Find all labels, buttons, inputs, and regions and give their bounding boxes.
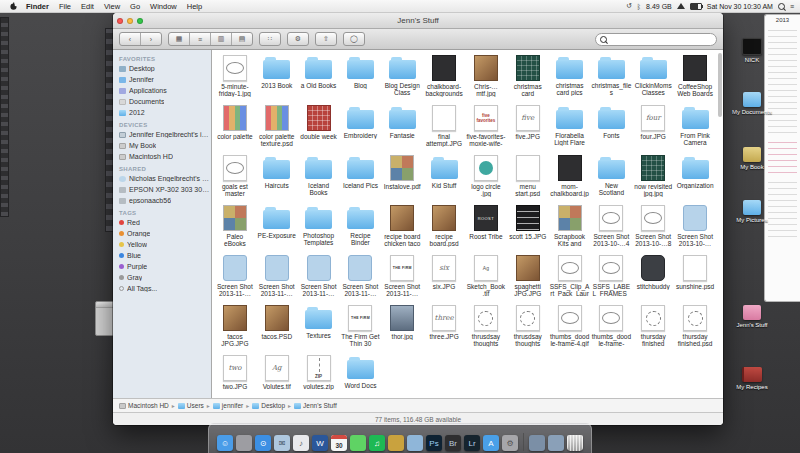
file-item-thursday-finished-2-jpg[interactable]: thursday finished 2.JPG xyxy=(632,302,674,352)
file-item-color-palette[interactable]: color palette xyxy=(214,102,256,152)
time-machine-icon[interactable]: ↺ xyxy=(626,2,632,10)
file-item-logo-circle-jpg[interactable]: logo circle .jpg xyxy=(465,152,507,202)
file-item-recipe-board-chicken-taco-soup-j[interactable]: recipe board chicken taco soup JPG.jpg xyxy=(381,202,423,252)
dock-lightroom-icon[interactable]: Lr xyxy=(464,435,480,451)
sidebar-item-epsonaacb56[interactable]: epsonaacb56 xyxy=(119,195,211,206)
back-button[interactable]: ‹ xyxy=(120,33,141,45)
file-item-iceland-books[interactable]: Iceland Books xyxy=(298,152,340,202)
file-item-instalove-pdf[interactable]: Instalove.pdf xyxy=(381,152,423,202)
file-item-blog-design-class[interactable]: Blog Design Class xyxy=(381,52,423,102)
file-item-christmas-files[interactable]: christmas_files xyxy=(590,52,632,102)
file-item-color-palette-texture-psd[interactable]: color palette texture.psd xyxy=(256,102,298,152)
file-item-tacos-psd[interactable]: tacos.PSD xyxy=(256,302,298,352)
dock-spotify-icon[interactable]: ♫ xyxy=(369,435,385,451)
sidebar-item-yellow[interactable]: Yellow xyxy=(119,239,211,250)
disk-space-indicator[interactable]: 8.49 GB xyxy=(646,3,672,10)
sidebar-item-red[interactable]: Red xyxy=(119,217,211,228)
action-button[interactable]: ⚙ xyxy=(288,33,308,45)
file-item-fonts[interactable]: Fonts xyxy=(590,102,632,152)
path-item-desktop[interactable]: Desktop xyxy=(252,402,285,409)
file-item-from-pink-camera[interactable]: From Pink Camera xyxy=(674,102,716,152)
sidebar-item-jennifer-engelbrecht-s-imac[interactable]: Jennifer Engelbrecht's iMac xyxy=(119,129,211,140)
dock-mail-icon[interactable]: ✉ xyxy=(274,435,290,451)
sidebar-item-documents[interactable]: Documents xyxy=(119,96,211,107)
file-item-mom-chalkboard-jpg[interactable]: mom-chalkboard.jpg xyxy=(549,152,591,202)
file-item-five-favorites-moxie-wife-1-jpg[interactable]: five favoritesfive-favorites-moxie-wife-… xyxy=(465,102,507,152)
file-item-four-jpg[interactable]: fourfour.JPG xyxy=(632,102,674,152)
menu-view[interactable]: View xyxy=(99,2,125,11)
photoshop-tool-palette[interactable] xyxy=(0,17,9,217)
sidebar-item-my-book[interactable]: My Book xyxy=(119,140,211,151)
bluetooth-icon[interactable]: ᛒ xyxy=(637,3,641,10)
file-item-fantasie[interactable]: Fantasie xyxy=(381,102,423,152)
file-item-tacos-jpg-jpg[interactable]: tacos JPG.JPG xyxy=(214,302,256,352)
dock-preview-icon[interactable] xyxy=(407,435,423,451)
desktop-icon-nick[interactable]: NICK xyxy=(726,38,778,64)
dock-documents-stack-icon[interactable] xyxy=(529,435,545,451)
file-item-double-week[interactable]: double week xyxy=(298,102,340,152)
path-item-macintosh-hd[interactable]: Macintosh HD xyxy=(119,402,169,409)
sidebar-item-nicholas-engelbrecht-s-macb[interactable]: Nicholas Engelbrecht's MacB... xyxy=(119,173,211,184)
sidebar-item-orange[interactable]: Orange xyxy=(119,228,211,239)
dock-launchpad-icon[interactable] xyxy=(236,435,252,451)
file-item-blog[interactable]: Blog xyxy=(339,52,381,102)
file-item-spaghetti-jpg-jpg[interactable]: spaghetti JPG.JPG xyxy=(507,252,549,302)
dock-itunes-icon[interactable]: ♪ xyxy=(293,435,309,451)
sidebar-item-applications[interactable]: Applications xyxy=(119,85,211,96)
file-item-clickinmoms-classes[interactable]: ClickinMoms Classes xyxy=(632,52,674,102)
file-item-recipe-board-psd[interactable]: recipe board.psd xyxy=(423,202,465,252)
dock-bridge-icon[interactable]: Br xyxy=(445,435,461,451)
file-item-volutes-tif[interactable]: AgVolutes.tif xyxy=(256,352,298,398)
dock-calendar-icon[interactable]: 30 xyxy=(331,435,347,451)
file-item-thrusdsay-thoughts-resized-ar-ow[interactable]: thrusdsay thoughts resized ar…owed.JPG xyxy=(465,302,507,352)
battery-icon[interactable] xyxy=(690,3,702,10)
file-item-christmas-card-pics[interactable]: christmas card pics xyxy=(549,52,591,102)
notification-center-icon[interactable]: ≡ xyxy=(790,3,794,10)
sidebar-item-blue[interactable]: Blue xyxy=(119,250,211,261)
file-item-roost-tribe[interactable]: ROOSTRoost Tribe xyxy=(465,202,507,252)
menu-go[interactable]: Go xyxy=(125,2,145,11)
file-item-goals-est-master[interactable]: goals est master xyxy=(214,152,256,202)
file-item-now-revisited-jpg-jpg[interactable]: now revisited jpg.jpg xyxy=(632,152,674,202)
edit-tags-button[interactable]: ◯ xyxy=(344,33,364,45)
sidebar-item-2012[interactable]: 2012 xyxy=(119,107,211,118)
sidebar-item-gray[interactable]: Gray xyxy=(119,272,211,283)
forward-button[interactable]: › xyxy=(141,33,161,45)
file-item-thumbs-doodle-frame-410-jpg[interactable]: thumbs_doodle-frame-410.jpg xyxy=(590,302,632,352)
file-item-screen-shot-2013-11-m-png[interactable]: THE FIRMScreen Shot 2013-11-…M.png xyxy=(381,252,423,302)
file-item-five-jpg[interactable]: fivefive.JPG xyxy=(507,102,549,152)
file-item-textures[interactable]: Textures xyxy=(298,302,340,352)
dock-finder-icon[interactable]: ☺ xyxy=(217,435,233,451)
search-field[interactable] xyxy=(595,33,717,46)
path-item-users[interactable]: Users xyxy=(178,402,204,409)
menu-help[interactable]: Help xyxy=(182,2,207,11)
file-item-haircuts[interactable]: Haircuts xyxy=(256,152,298,202)
file-item-recipe-binder[interactable]: Recipe Binder xyxy=(339,202,381,252)
file-item-screen-shot-2013-11-m-png[interactable]: Screen Shot 2013-11-…M.png xyxy=(256,252,298,302)
file-item-menu-start-psd[interactable]: menu start.psd xyxy=(507,152,549,202)
desktop-icon-my-documents[interactable]: My Documents xyxy=(726,92,778,116)
file-item-final-attempt-jpg[interactable]: final attempt.JPG xyxy=(423,102,465,152)
file-item-photoshop-templates[interactable]: Photoshop Templates xyxy=(298,202,340,252)
file-item-sketch-book-tif[interactable]: AgSketch_Book.tif xyxy=(465,252,507,302)
file-item-word-docs[interactable]: Word Docs xyxy=(339,352,381,398)
sidebar-item-desktop[interactable]: Desktop xyxy=(119,63,211,74)
file-item-kid-stuff[interactable]: Kid Stuff xyxy=(423,152,465,202)
view-as-list-button[interactable]: ≡ xyxy=(190,33,211,45)
path-item-jennifer[interactable]: jennifer xyxy=(213,402,243,409)
menu-edit[interactable]: Edit xyxy=(76,2,99,11)
file-item-screen-shot-2013-11-pm-jpg[interactable]: Screen Shot 2013-11-…PM.jpg xyxy=(214,252,256,302)
file-item-paleo-ebooks-bundle[interactable]: Paleo eBooks Bundle xyxy=(214,202,256,252)
file-item-six-jpg[interactable]: sixsix.JPG xyxy=(423,252,465,302)
desktop-icon-my-recipes[interactable]: My Recipes xyxy=(726,367,778,391)
file-item-thor-jpg[interactable]: thor.jpg xyxy=(381,302,423,352)
file-item-stitchbuddy[interactable]: stitchbuddy xyxy=(632,252,674,302)
sidebar-item-epson-xp-302-303-305-306-series[interactable]: EPSON XP-302 303 305 306 Series xyxy=(119,184,211,195)
dock-photoshop-icon[interactable]: Ps xyxy=(426,435,442,451)
file-item-coffeeshop-web-boards-8-psd[interactable]: CoffeeShop Web Boards 8.psd xyxy=(674,52,716,102)
file-item-scrapbook-kits-and-templates[interactable]: Scrapbook Kits and Templates xyxy=(549,202,591,252)
menu-window[interactable]: Window xyxy=(145,2,182,11)
file-item-sunshine-psd[interactable]: sunshine.psd xyxy=(674,252,716,302)
wifi-icon[interactable] xyxy=(677,3,685,9)
dock-iphoto-icon[interactable] xyxy=(388,435,404,451)
